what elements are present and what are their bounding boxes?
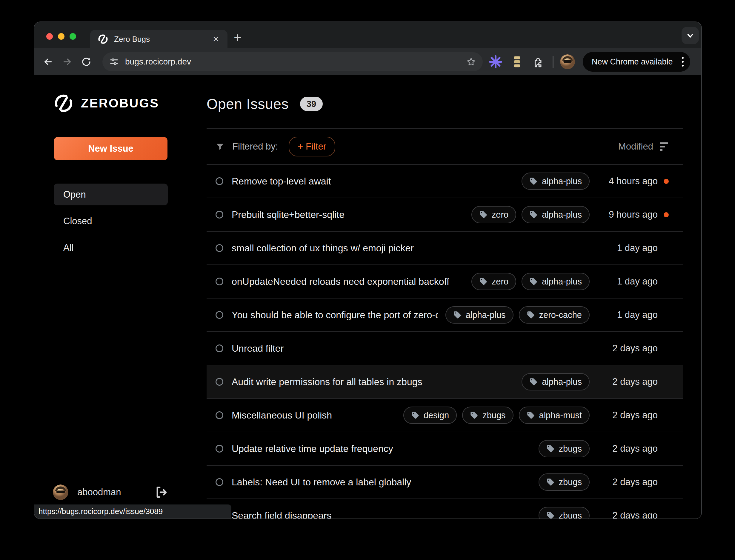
address-bar[interactable]: bugs.rocicorp.dev xyxy=(102,52,483,71)
label-text: alpha-plus xyxy=(542,277,582,287)
issue-count-badge: 39 xyxy=(300,97,323,111)
user-avatar[interactable] xyxy=(53,484,68,500)
tag-icon xyxy=(527,411,535,419)
issue-row[interactable]: Search field disappears zbugs 2 days ago xyxy=(207,499,683,519)
filtered-by-label: Filtered by: xyxy=(232,141,278,152)
issue-row[interactable]: Prebuilt sqlite+better-sqlite zero alpha… xyxy=(207,198,683,231)
status-bar: https://bugs.rocicorp.dev/issue/3089 xyxy=(34,504,231,519)
extensions-puzzle-icon[interactable] xyxy=(530,53,547,70)
issue-row[interactable]: Remove top-level await alpha-plus 4 hour… xyxy=(207,164,683,198)
label-text: zbugs xyxy=(559,444,582,454)
issue-modified-time: 1 day ago xyxy=(598,276,658,287)
browser-tab[interactable]: Zero Bugs ✕ xyxy=(90,30,227,48)
desktop-background: Zero Bugs ✕ + xyxy=(0,0,735,560)
issue-title: Search field disappears xyxy=(232,510,331,519)
issue-status-icon xyxy=(216,378,223,386)
issue-label-pill[interactable]: zbugs xyxy=(539,473,590,491)
issue-status-icon xyxy=(216,278,223,285)
issue-label-pill[interactable]: design xyxy=(403,407,457,424)
issue-row[interactable]: small collection of ux things w/ emoji p… xyxy=(207,231,683,264)
avatar-image xyxy=(560,54,575,69)
window-close-button[interactable] xyxy=(46,33,53,40)
issue-label-pill[interactable]: alpha-plus xyxy=(522,206,590,223)
window-minimize-button[interactable] xyxy=(58,33,64,40)
sort-descending-icon[interactable] xyxy=(658,142,669,151)
tag-icon xyxy=(529,378,538,386)
issue-title: onUpdateNeeded reloads need exponential … xyxy=(232,276,449,287)
tag-icon xyxy=(529,210,538,219)
issue-row[interactable]: Miscellaneous UI polish design zbugs alp… xyxy=(207,398,683,432)
issue-title: Audit write permissions for all tables i… xyxy=(232,376,422,387)
label-text: alpha-plus xyxy=(542,377,582,387)
issue-label-pill[interactable]: zbugs xyxy=(539,440,590,457)
logout-icon[interactable] xyxy=(154,485,168,499)
bookmark-star-icon[interactable] xyxy=(466,57,476,67)
new-tab-button[interactable]: + xyxy=(234,31,242,44)
kebab-menu-icon[interactable] xyxy=(679,57,686,67)
issue-modified-time: 2 days ago xyxy=(598,376,658,387)
sidebar-item-open[interactable]: Open xyxy=(54,184,168,205)
tag-icon xyxy=(529,177,538,185)
issue-label-pill[interactable]: zero xyxy=(471,273,516,290)
add-filter-button[interactable]: + Filter xyxy=(289,137,335,156)
issue-label-pill[interactable]: zbugs xyxy=(539,507,590,519)
tab-close-icon[interactable]: ✕ xyxy=(212,35,220,44)
tag-icon xyxy=(470,411,478,419)
unread-dot xyxy=(664,212,669,217)
window-zoom-button[interactable] xyxy=(70,33,76,40)
extension-starburst-icon[interactable] xyxy=(487,53,504,70)
forward-button[interactable] xyxy=(58,52,77,71)
issue-row[interactable]: You should be able to configure the port… xyxy=(207,298,683,331)
site-settings-icon[interactable] xyxy=(109,57,119,67)
back-button[interactable] xyxy=(39,52,58,71)
tag-icon xyxy=(546,444,555,453)
issue-modified-time: 1 day ago xyxy=(598,243,658,253)
tab-search-button[interactable] xyxy=(682,27,699,44)
issue-labels: alpha-plus xyxy=(522,173,590,190)
sidebar-item-closed[interactable]: Closed xyxy=(54,210,168,232)
issue-modified-time: 9 hours ago xyxy=(598,209,658,220)
sidebar: ZEROBUGS New Issue Open Closed All xyxy=(34,75,207,519)
issue-title: Miscellaneous UI polish xyxy=(232,410,332,421)
label-text: alpha-must xyxy=(539,410,582,420)
label-text: zero-cache xyxy=(539,310,582,320)
issue-status-icon xyxy=(216,177,223,185)
profile-avatar[interactable] xyxy=(560,54,575,69)
filter-funnel-icon xyxy=(216,142,225,151)
issue-label-pill[interactable]: alpha-plus xyxy=(522,173,590,190)
user-name: aboodman xyxy=(77,487,121,498)
issue-row[interactable]: Labels: Need UI to remove a label global… xyxy=(207,465,683,499)
issue-label-pill[interactable]: alpha-plus xyxy=(522,273,590,290)
browser-toolbar: bugs.rocicorp.dev xyxy=(34,48,701,75)
sort-label[interactable]: Modified xyxy=(618,141,653,152)
issue-modified-time: 2 days ago xyxy=(598,510,658,519)
issue-row[interactable]: Update relative time update frequency zb… xyxy=(207,432,683,465)
issue-title: Labels: Need UI to remove a label global… xyxy=(232,477,411,488)
browser-window: Zero Bugs ✕ + xyxy=(34,21,702,519)
issue-label-pill[interactable]: zero xyxy=(471,206,516,223)
tag-icon xyxy=(546,478,555,486)
page-title-row: Open Issues 39 xyxy=(207,75,683,128)
brand[interactable]: ZEROBUGS xyxy=(54,94,159,113)
page-content: ZEROBUGS New Issue Open Closed All xyxy=(34,75,701,519)
url-text[interactable]: bugs.rocicorp.dev xyxy=(125,57,466,67)
extension-coins-icon[interactable] xyxy=(508,53,526,70)
chrome-update-button[interactable]: New Chrome available xyxy=(583,52,690,72)
new-issue-button[interactable]: New Issue xyxy=(54,137,167,160)
issue-label-pill[interactable]: zero-cache xyxy=(519,306,590,324)
issue-row[interactable]: Unread filter 2 days ago xyxy=(207,331,683,365)
issue-label-pill[interactable]: alpha-plus xyxy=(522,373,590,390)
sidebar-item-all[interactable]: All xyxy=(54,237,168,259)
chrome-update-label: New Chrome available xyxy=(592,57,673,67)
issue-row[interactable]: Audit write permissions for all tables i… xyxy=(207,365,683,398)
issue-labels: zero alpha-plus xyxy=(471,206,590,223)
reload-button[interactable] xyxy=(77,52,96,71)
issue-modified-time: 2 days ago xyxy=(598,343,658,354)
issue-label-pill[interactable]: alpha-must xyxy=(519,407,590,424)
label-text: design xyxy=(424,410,449,420)
issue-row[interactable]: onUpdateNeeded reloads need exponential … xyxy=(207,264,683,298)
issue-labels: zbugs xyxy=(539,507,590,519)
issue-label-pill[interactable]: alpha-plus xyxy=(445,306,513,324)
issue-label-pill[interactable]: zbugs xyxy=(462,407,513,424)
issue-modified-time: 2 days ago xyxy=(598,443,658,454)
